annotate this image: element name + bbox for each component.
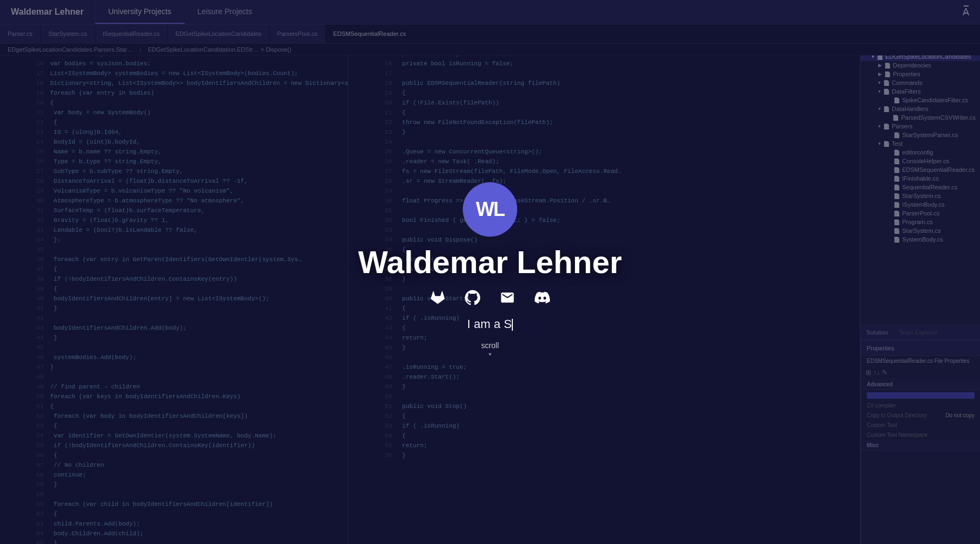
social-icons — [428, 288, 552, 307]
cursor — [512, 319, 513, 331]
gitlab-icon[interactable] — [428, 288, 448, 307]
github-icon[interactable] — [463, 288, 482, 307]
profile-card: WL Waldemar Lehner — [358, 182, 622, 362]
discord-icon[interactable] — [532, 288, 552, 307]
typing-text: I am a S — [467, 317, 513, 331]
profile-overlay: WL Waldemar Lehner — [0, 0, 980, 544]
avatar: WL — [463, 182, 517, 237]
profile-name: Waldemar Lehner — [358, 246, 622, 278]
scroll-hint[interactable]: scroll ˅ — [481, 341, 499, 362]
scroll-label: scroll — [481, 341, 499, 350]
scroll-arrow: ˅ — [488, 352, 492, 362]
email-icon[interactable] — [498, 288, 517, 307]
